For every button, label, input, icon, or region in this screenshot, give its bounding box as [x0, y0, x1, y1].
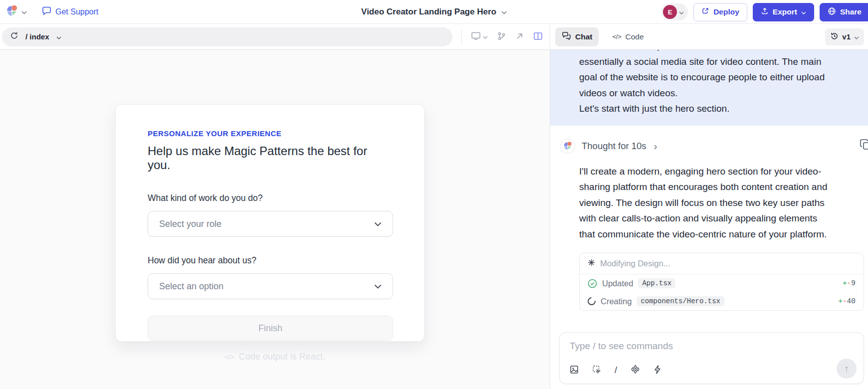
referral-select[interactable]: Select an option [148, 273, 393, 299]
preview-pane: / index [0, 24, 550, 389]
tab-code[interactable]: </> Code [606, 28, 650, 45]
external-link-icon [701, 7, 709, 17]
deploy-label: Deploy [713, 7, 739, 16]
component-tree-button[interactable] [497, 32, 506, 42]
lightning-bolt-icon [653, 365, 661, 376]
role-select[interactable]: Select your role [148, 211, 393, 237]
monitor-icon [471, 31, 481, 42]
chevron-down-icon [21, 7, 27, 16]
diff-stats: +-40 [838, 297, 856, 305]
project-title-menu[interactable]: Video Creator Landing Page Hero [361, 0, 507, 24]
diff-count: 40 [847, 297, 856, 305]
arrow-up-icon: ↑ [845, 364, 849, 374]
role-question-label: What kind of work do you do? [148, 193, 392, 203]
project-title: Video Creator Landing Page Hero [361, 7, 496, 17]
chevron-down-icon [679, 7, 684, 16]
modal-heading: Help us make Magic Patterns the best for… [148, 144, 392, 172]
chat-thread: that lets creators upload and share thei… [550, 50, 868, 389]
preview-canvas: PERSONALIZE YOUR EXPERIENCE Help us make… [0, 50, 550, 389]
diamonds-icon [631, 365, 640, 376]
components-button[interactable] [631, 365, 640, 376]
diff-minus: - [843, 297, 847, 305]
assistant-message-line: I'll create a modern, engaging hero sect… [579, 164, 858, 180]
attach-image-button[interactable] [570, 365, 579, 376]
user-message-line: essentially a social media site for vide… [579, 54, 847, 70]
split-view-button[interactable] [533, 32, 543, 42]
thought-summary[interactable]: Thought for 10s › [560, 139, 868, 154]
file-action: Creating [601, 297, 632, 306]
share-label: Share [840, 7, 862, 16]
code-icon: </> [224, 353, 234, 361]
user-message-line: Let's start with just the hero section. [579, 101, 847, 117]
chat-input[interactable] [570, 341, 811, 352]
version-history-button[interactable]: v1 [825, 28, 864, 45]
diff-plus: + [843, 279, 847, 287]
tab-chat[interactable]: Chat [555, 27, 599, 46]
diff-plus: + [838, 297, 843, 305]
get-support-link[interactable]: Get Support [42, 6, 98, 17]
chevron-down-icon [501, 7, 507, 16]
slash-commands-button[interactable]: / [615, 365, 617, 376]
tab-chat-label: Chat [575, 32, 592, 41]
share-button[interactable]: Share [820, 3, 868, 21]
chat-composer: / ↑ [559, 332, 864, 384]
url-bar[interactable]: / index [2, 27, 452, 46]
account-menu[interactable]: E [661, 3, 688, 20]
send-message-button[interactable]: ↑ [837, 359, 857, 379]
assistant-message: I'll create a modern, engaging hero sect… [579, 164, 858, 242]
upload-icon [761, 7, 769, 17]
export-button[interactable]: Export [753, 3, 814, 21]
tab-code-label: Code [625, 32, 644, 41]
role-select-value: Select your role [159, 219, 221, 229]
thought-label: Thought for 10s [582, 141, 647, 152]
chat-toolbar: Chat </> Code v1 [550, 24, 868, 50]
viewport-size-button[interactable] [471, 31, 488, 42]
task-card-title: Modifying Design... [600, 259, 670, 268]
open-in-new-tab-button[interactable] [515, 32, 524, 42]
personalize-modal: PERSONALIZE YOUR EXPERIENCE Help us make… [115, 104, 425, 342]
user-message-line: videos or watch videos. [579, 85, 847, 101]
modal-eyebrow: PERSONALIZE YOUR EXPERIENCE [148, 129, 392, 138]
globe-icon [828, 7, 836, 17]
arrow-up-right-icon [515, 32, 524, 42]
chat-pane: Chat </> Code v1 [550, 24, 868, 389]
diff-minus: - [847, 279, 852, 287]
copy-message-button[interactable] [860, 139, 868, 152]
check-circle-icon [588, 279, 597, 288]
quick-actions-button[interactable] [653, 365, 661, 376]
export-label: Export [773, 7, 797, 16]
toolbar-divider [461, 29, 462, 44]
magic-patterns-app: Get Support Video Creator Landing Page H… [0, 0, 868, 389]
deploy-button[interactable]: Deploy [693, 3, 747, 21]
file-name: App.tsx [638, 278, 675, 288]
slash-icon: / [615, 365, 617, 376]
refresh-icon[interactable] [10, 31, 18, 42]
inspect-cursor-icon [592, 365, 601, 376]
finish-button[interactable]: Finish [148, 316, 393, 341]
chevron-down-icon [56, 32, 61, 41]
file-action: Updated [602, 279, 633, 288]
spinner-icon [586, 296, 598, 307]
chevron-down-icon [374, 282, 382, 291]
user-message-line: that lets creators upload and share thei… [579, 50, 847, 54]
chevron-down-icon [374, 219, 382, 228]
code-output-note: </>Code output is React. [0, 352, 550, 362]
get-support-label: Get Support [55, 7, 98, 16]
speech-bubble-icon [42, 6, 51, 17]
top-header: Get Support Video Creator Landing Page H… [0, 0, 868, 24]
chevron-down-icon [854, 32, 859, 41]
assistant-message-line: sharing platform that encourages both co… [579, 179, 858, 195]
assistant-avatar [560, 139, 575, 154]
modifying-design-card: Modifying Design... Updated App.tsx +-9 … [579, 253, 864, 311]
chevron-right-icon: › [654, 141, 657, 151]
git-branch-icon [497, 32, 506, 42]
chevron-down-icon [483, 33, 488, 40]
referral-select-value: Select an option [159, 281, 223, 292]
file-change-row[interactable]: Updated App.tsx +-9 [580, 274, 864, 292]
select-element-button[interactable] [592, 365, 601, 376]
user-message-line: goal of the website is to encourage peop… [579, 69, 847, 85]
file-change-row[interactable]: Creating components/Hero.tsx +-40 [580, 292, 864, 310]
copy-icon [860, 139, 868, 152]
workspace-menu[interactable] [6, 4, 27, 19]
sparkle-icon [588, 259, 595, 268]
